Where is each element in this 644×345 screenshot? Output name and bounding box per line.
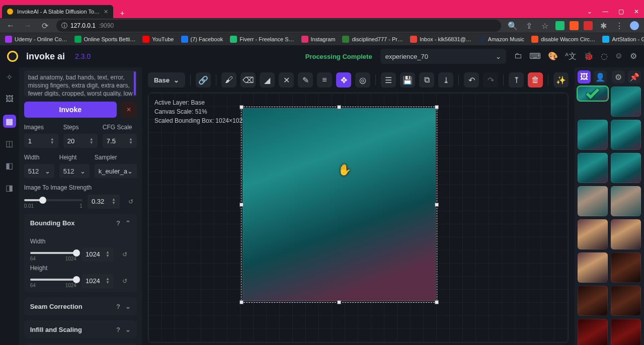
height-select[interactable]: 512⌄ [59, 164, 90, 178]
bookmark-item[interactable]: disciplined777 - Pr… [342, 36, 403, 43]
bbox-height-slider[interactable] [30, 279, 76, 281]
rail-canvas-icon[interactable]: ▦ [3, 115, 16, 128]
layers-icon[interactable]: ☰ [381, 72, 396, 88]
brush-tool-icon[interactable]: 🖌 [221, 72, 236, 88]
link-tool-icon[interactable]: 🔗 [196, 72, 211, 88]
recenter-icon[interactable]: ◎ [355, 72, 370, 88]
section-seam-correction[interactable]: Seam Correction ?⌄ [24, 297, 137, 315]
bookmark-item[interactable]: Inbox - klk56831@… [410, 36, 471, 43]
bbox-width-reset[interactable]: ↺ [119, 248, 131, 261]
maximize-icon[interactable]: ▢ [618, 8, 624, 15]
extension-icon[interactable] [584, 21, 593, 30]
keyboard-icon[interactable]: ⌨ [529, 51, 541, 62]
gallery-thumb[interactable] [611, 319, 641, 345]
help-icon[interactable]: ? [116, 219, 120, 227]
gallery-thumb[interactable] [611, 153, 641, 183]
undo-icon[interactable]: ↶ [464, 72, 479, 88]
zoom-icon[interactable]: 🔍 [507, 20, 518, 31]
chevron-up-icon[interactable]: ⌃ [125, 219, 131, 227]
bbox-handle-s[interactable] [337, 300, 341, 304]
gallery-thumb[interactable] [578, 120, 608, 150]
gallery-thumb[interactable] [611, 219, 641, 249]
gallery-thumb[interactable] [578, 87, 608, 101]
bookmark-item[interactable]: ArtStation - Greg R… [602, 36, 644, 43]
gallery-thumb[interactable] [578, 186, 608, 216]
bbox-handle-e[interactable] [435, 203, 439, 207]
bbox-width-input[interactable]: 1024▲▼ [82, 247, 114, 262]
bbox-handle-nw[interactable] [239, 105, 244, 109]
help-icon[interactable]: ? [116, 303, 120, 310]
chevron-down-icon[interactable]: ⌄ [587, 8, 592, 15]
gallery-thumb[interactable] [578, 153, 608, 183]
gallery-settings-icon[interactable]: ⚙ [612, 70, 625, 83]
delete-icon[interactable]: 🗑 [528, 72, 543, 88]
language-icon[interactable]: ᴬ文 [565, 51, 577, 62]
discord-icon[interactable]: ☺ [615, 51, 623, 62]
bookmark-item[interactable]: Amazon Music [478, 36, 524, 43]
gallery-thumb[interactable] [578, 319, 608, 345]
eraser-tool-icon[interactable]: ⌫ [240, 72, 256, 88]
bbox-handle-ne[interactable] [435, 105, 439, 109]
help-icon[interactable]: ? [116, 326, 120, 333]
gallery-thumb[interactable] [611, 186, 641, 216]
gallery-thumb[interactable] [611, 286, 641, 316]
gallery-pin-icon[interactable]: 📌 [628, 70, 641, 83]
i2i-input[interactable]: 0.32▲▼ [88, 195, 120, 209]
download-icon[interactable]: ⤓ [438, 72, 453, 88]
window-close-icon[interactable]: ✕ [634, 8, 639, 15]
i2i-reset-button[interactable]: ↺ [125, 196, 137, 208]
copy-icon[interactable]: ⧉ [419, 72, 434, 88]
tab-close-icon[interactable]: ✕ [104, 9, 108, 15]
bounding-box[interactable] [241, 107, 437, 303]
gallery-user-tab[interactable]: 👤 [594, 70, 607, 83]
images-input[interactable]: 1▲▼ [24, 134, 58, 148]
chevron-down-icon[interactable]: ⌄ [125, 303, 131, 310]
step-down-icon[interactable]: ▼ [50, 141, 54, 144]
rail-training-icon[interactable]: ◨ [3, 181, 16, 194]
bookmark-item[interactable]: disable Wacom Circ… [531, 36, 595, 43]
new-tab-button[interactable]: + [117, 8, 127, 18]
bbox-height-reset[interactable]: ↺ [119, 275, 131, 287]
negative-prompt-input[interactable]: bad anatomy, bad hands, text, error, mis… [24, 70, 137, 97]
gallery-thumb[interactable] [578, 219, 608, 249]
i2i-slider[interactable] [24, 199, 83, 201]
palette-icon[interactable]: 🎨 [548, 51, 558, 62]
gallery-images-tab[interactable]: 🖼 [578, 70, 591, 83]
step-down-icon[interactable]: ▼ [106, 254, 110, 257]
bookmark-item[interactable]: Online Sports Betti… [74, 36, 136, 43]
wand-icon[interactable]: ✨ [553, 72, 569, 88]
bookmark-item[interactable]: Udemy - Online Co… [5, 36, 67, 43]
upload-icon[interactable]: ⤒ [509, 72, 524, 88]
settings-gear-icon[interactable]: ⚙ [630, 51, 637, 62]
minimize-icon[interactable]: — [602, 8, 608, 15]
canvas[interactable]: Active Layer: Base Canvas Scale: 51% Sca… [148, 93, 569, 343]
fill-tool-icon[interactable]: ◢ [260, 72, 275, 88]
bookmark-item[interactable]: Instagram [301, 36, 336, 43]
bookmark-star-icon[interactable]: ☆ [539, 20, 550, 31]
step-down-icon[interactable]: ▼ [90, 141, 94, 144]
layer-select[interactable]: Base⌄ [148, 72, 185, 88]
bookmark-item[interactable]: YouTube [142, 36, 174, 43]
address-bar[interactable]: ⓘ 127.0.0.1:9090 [56, 20, 501, 32]
options-icon[interactable]: ≡ [317, 72, 332, 88]
bookmark-item[interactable]: Fiverr - Freelance S… [230, 36, 294, 43]
folder-icon[interactable]: 🗀 [514, 51, 522, 62]
sampler-select[interactable]: k_euler_a⌄ [95, 164, 137, 178]
gallery-thumb[interactable] [611, 120, 641, 150]
gallery-thumb[interactable] [611, 252, 641, 283]
cfg-input[interactable]: 7.5▲▼ [103, 134, 137, 148]
browser-tab[interactable]: InvokeAI - A Stable Diffusion To… ✕ [2, 5, 113, 18]
redo-icon[interactable]: ↷ [483, 72, 498, 88]
move-tool-icon[interactable]: ✥ [336, 72, 351, 88]
bbox-width-slider[interactable] [30, 252, 76, 254]
extensions-puzzle-icon[interactable]: ✱ [598, 20, 609, 31]
github-icon[interactable]: ◌ [601, 51, 608, 62]
gallery-thumb[interactable] [611, 87, 641, 117]
bbox-height-input[interactable]: 1024▲▼ [82, 274, 114, 288]
bug-icon[interactable]: 🐞 [584, 51, 594, 62]
bbox-handle-n[interactable] [337, 105, 341, 109]
model-select[interactable]: experience_70 ⌄ [380, 49, 506, 64]
site-info-icon[interactable]: ⓘ [61, 22, 67, 30]
share-icon[interactable]: ⇪ [523, 20, 534, 31]
rail-postprocess-icon[interactable]: ◧ [3, 159, 16, 172]
